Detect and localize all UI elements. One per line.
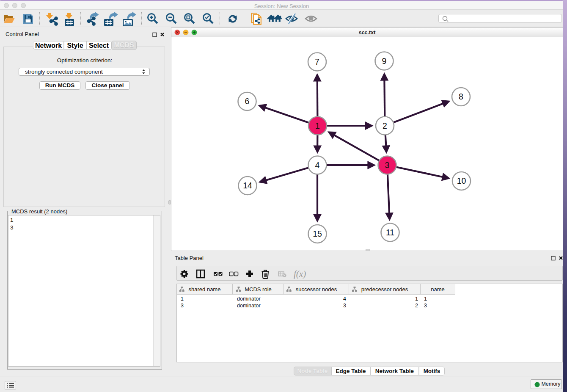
svg-text:1: 1: [315, 121, 320, 130]
svg-text:9: 9: [382, 56, 387, 66]
svg-text:14: 14: [243, 181, 252, 190]
svg-text:3: 3: [385, 160, 390, 170]
svg-text:6: 6: [245, 97, 250, 106]
svg-text:10: 10: [457, 176, 466, 185]
svg-text:8: 8: [459, 92, 463, 101]
svg-text:4: 4: [315, 160, 320, 170]
svg-text:f(x): f(x): [294, 269, 306, 279]
svg-text:7: 7: [315, 57, 319, 66]
svg-text:2: 2: [383, 121, 387, 130]
svg-text:15: 15: [313, 229, 322, 238]
svg-text:11: 11: [386, 228, 394, 237]
